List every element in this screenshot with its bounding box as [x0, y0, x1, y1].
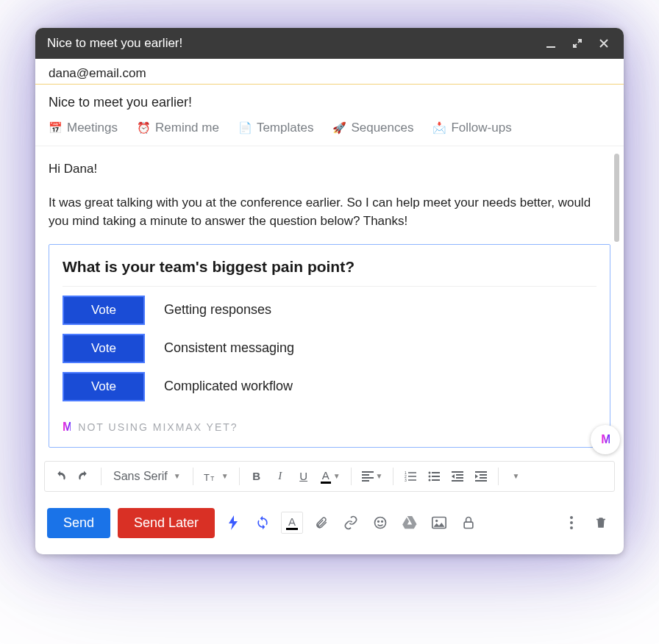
- image-icon[interactable]: [428, 512, 450, 534]
- poll-option-label: Complicated workflow: [164, 379, 293, 394]
- poll-question: What is your team's biggest pain point?: [63, 258, 596, 287]
- svg-rect-13: [456, 474, 463, 476]
- minimize-icon[interactable]: [543, 35, 559, 51]
- svg-point-28: [570, 526, 573, 529]
- link-icon[interactable]: [340, 512, 362, 534]
- text-color-button[interactable]: A ▼: [318, 466, 343, 487]
- svg-text:3: 3: [405, 478, 407, 482]
- font-family-label: Sans Serif: [113, 470, 168, 483]
- underline-button[interactable]: U: [294, 466, 313, 487]
- svg-point-26: [570, 516, 573, 519]
- vote-button[interactable]: Vote: [63, 372, 145, 401]
- poll-option-1: Vote Consistent messaging: [63, 334, 596, 363]
- font-size-button[interactable]: TT ▼: [201, 466, 232, 487]
- enh-templates[interactable]: 📄 Templates: [238, 121, 313, 135]
- body-paragraph: It was great talking with you at the con…: [49, 193, 610, 231]
- svg-rect-11: [432, 479, 440, 481]
- enh-remind[interactable]: ⏰ Remind me: [137, 121, 219, 135]
- document-icon: 📄: [238, 121, 252, 135]
- mixmax-logo-icon: M: [601, 433, 609, 446]
- align-button[interactable]: ▼: [359, 466, 386, 487]
- close-icon[interactable]: [596, 35, 612, 51]
- enh-sequences-label: Sequences: [351, 121, 413, 135]
- attach-icon[interactable]: [310, 512, 332, 534]
- enh-followups-label: Follow-ups: [451, 121, 511, 135]
- mixmax-cta-label: Not using Mixmax yet?: [78, 421, 238, 433]
- font-family-select[interactable]: Sans Serif ▼: [109, 466, 185, 487]
- poll-option-2: Vote Complicated workflow: [63, 372, 596, 401]
- recipient-field[interactable]: dana@email.com: [35, 59, 624, 85]
- body-scrollbar[interactable]: [613, 154, 621, 446]
- undo-button[interactable]: [51, 466, 70, 487]
- enh-followups[interactable]: 📩 Follow-ups: [432, 121, 511, 135]
- mixmax-logo-icon: M: [63, 421, 71, 434]
- emoji-icon[interactable]: [369, 512, 391, 534]
- svg-point-6: [429, 471, 431, 473]
- drive-icon[interactable]: [399, 512, 421, 534]
- svg-rect-19: [475, 480, 487, 482]
- svg-rect-9: [432, 472, 440, 473]
- window-title: Nice to meet you earlier!: [47, 36, 182, 51]
- indent-more-button[interactable]: [471, 466, 491, 487]
- vote-button[interactable]: Vote: [63, 334, 145, 363]
- poll-widget: What is your team's biggest pain point? …: [49, 244, 610, 448]
- enhancements-bar: 📅 Meetings ⏰ Remind me 📄 Templates 🚀 Seq…: [35, 118, 624, 146]
- poll-option-0: Vote Getting responses: [63, 296, 596, 325]
- envelope-icon: 📩: [432, 121, 446, 135]
- enh-sequences[interactable]: 🚀 Sequences: [332, 121, 413, 135]
- chevron-down-icon: ▼: [513, 472, 520, 480]
- compose-actions: Send Send Later A: [35, 492, 624, 554]
- enh-meetings-label: Meetings: [67, 121, 118, 135]
- lock-time-icon[interactable]: [457, 512, 480, 534]
- svg-rect-15: [452, 480, 463, 482]
- subject-field[interactable]: Nice to meet you earlier!: [35, 85, 624, 118]
- chevron-down-icon: ▼: [174, 472, 181, 480]
- chevron-down-icon: ▼: [221, 472, 229, 480]
- redo-button[interactable]: [74, 466, 93, 487]
- enh-templates-label: Templates: [257, 121, 313, 135]
- enh-meetings[interactable]: 📅 Meetings: [49, 121, 118, 135]
- email-body[interactable]: Hi Dana! It was great talking with you a…: [35, 146, 624, 451]
- window-titlebar: Nice to meet you earlier!: [35, 28, 624, 59]
- svg-rect-12: [452, 471, 463, 473]
- svg-text:T: T: [210, 475, 214, 482]
- svg-rect-17: [480, 474, 487, 476]
- svg-rect-16: [475, 471, 487, 473]
- sync-icon[interactable]: [252, 512, 274, 534]
- poll-option-label: Consistent messaging: [164, 340, 294, 356]
- send-button[interactable]: Send: [47, 508, 110, 538]
- expand-icon[interactable]: [569, 35, 585, 51]
- subject-value: Nice to meet you earlier!: [49, 95, 192, 110]
- mixmax-badge[interactable]: M: [591, 425, 620, 454]
- svg-rect-0: [546, 46, 555, 48]
- poll-option-label: Getting responses: [164, 302, 271, 318]
- svg-point-8: [429, 479, 431, 481]
- svg-point-24: [435, 520, 438, 522]
- indent-less-button[interactable]: [448, 466, 467, 487]
- chevron-down-icon: ▼: [333, 472, 341, 480]
- toolbar-more-button[interactable]: ▼: [506, 466, 525, 487]
- body-greeting: Hi Dana!: [49, 160, 610, 179]
- svg-point-22: [382, 521, 383, 523]
- recipient-value: dana@email.com: [49, 66, 146, 80]
- body-scrollbar-thumb[interactable]: [614, 154, 619, 242]
- send-later-button[interactable]: Send Later: [118, 508, 215, 538]
- svg-point-27: [570, 521, 573, 524]
- mixmax-cta[interactable]: M Not using Mixmax yet?: [63, 421, 596, 434]
- bold-button[interactable]: B: [247, 466, 266, 487]
- vote-button[interactable]: Vote: [63, 296, 145, 325]
- alarm-icon: ⏰: [137, 121, 151, 135]
- bullet-list-button[interactable]: [424, 466, 444, 487]
- trash-icon[interactable]: [590, 512, 612, 534]
- rocket-icon: 🚀: [332, 121, 346, 135]
- bolt-icon[interactable]: [222, 512, 244, 534]
- numbered-list-button[interactable]: 123: [401, 466, 420, 487]
- format-toolbar: Sans Serif ▼ TT ▼ B I U A ▼ ▼ 123: [44, 461, 615, 492]
- svg-text:T: T: [204, 471, 210, 482]
- svg-point-20: [375, 518, 386, 529]
- more-options-icon[interactable]: [560, 512, 583, 534]
- text-style-button[interactable]: A: [281, 512, 303, 534]
- svg-point-7: [429, 475, 431, 477]
- italic-button[interactable]: I: [271, 466, 290, 487]
- chevron-down-icon: ▼: [376, 472, 383, 480]
